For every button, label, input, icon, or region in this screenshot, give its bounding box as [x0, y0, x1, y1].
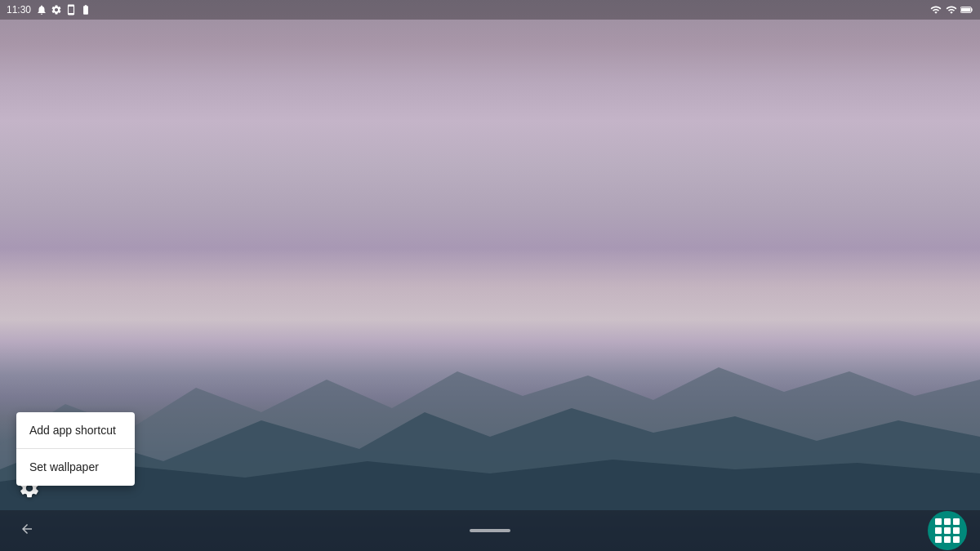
screenshot-icon: [65, 4, 77, 16]
taskbar: [0, 510, 980, 551]
status-left: 11:30: [7, 4, 91, 16]
settings-status-icon: [51, 4, 62, 16]
context-menu: Add app shortcut Set wallpaper: [16, 412, 135, 486]
set-wallpaper-item[interactable]: Set wallpaper: [16, 449, 135, 486]
svg-rect-2: [961, 8, 970, 12]
notification-icon: [36, 4, 47, 16]
add-app-shortcut-item[interactable]: Add app shortcut: [16, 412, 135, 449]
wifi-icon: [929, 4, 942, 16]
taskbar-center: [470, 529, 510, 532]
mountain-silhouette: [0, 331, 980, 510]
app-drawer-icon: [935, 518, 960, 543]
taskbar-left: [13, 515, 41, 547]
battery-full-icon: [960, 5, 973, 15]
signal-icon: [946, 4, 957, 16]
svg-rect-1: [971, 8, 972, 11]
battery-left-icon: [80, 4, 91, 16]
status-icons-right: [929, 4, 973, 16]
taskbar-right: [928, 511, 967, 550]
status-bar: 11:30: [0, 0, 980, 20]
status-icons-left: [36, 4, 91, 16]
status-time: 11:30: [7, 4, 31, 16]
back-button[interactable]: [13, 515, 41, 547]
home-indicator[interactable]: [470, 529, 510, 532]
wallpaper: [0, 0, 980, 551]
app-drawer-button[interactable]: [928, 511, 967, 550]
